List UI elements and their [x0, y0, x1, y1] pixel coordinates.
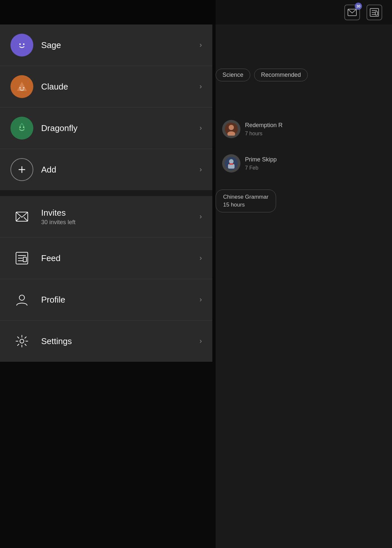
feed-chevron: ›	[200, 254, 202, 262]
svg-marker-15	[17, 82, 27, 91]
dragonfly-label: Dragonfly	[41, 123, 200, 133]
filter-recommended: Recommended	[254, 69, 308, 81]
svg-rect-11	[228, 164, 235, 169]
profile-chevron: ›	[200, 295, 202, 304]
chinese-grammar-pill: Chinese Grammar 15 hours	[216, 190, 276, 212]
svg-point-14	[23, 43, 24, 45]
settings-label: Settings	[41, 336, 200, 346]
invites-label: Invites	[41, 208, 200, 218]
bg-card-prime: Prime Skipp 7 Feb	[216, 150, 392, 176]
svg-line-24	[24, 217, 28, 221]
svg-point-31	[20, 339, 24, 343]
menu-item-profile[interactable]: Profile ›	[0, 279, 212, 321]
add-circle-icon	[10, 158, 33, 181]
redemption-avatar	[222, 120, 240, 138]
menu-item-dragonfly[interactable]: Dragonfly ›	[0, 108, 212, 149]
svg-point-10	[229, 159, 234, 164]
svg-point-16	[19, 87, 21, 89]
menu-item-sage[interactable]: Sage ›	[0, 25, 212, 66]
filter-science: Science	[216, 69, 250, 81]
menu-item-add[interactable]: Add ›	[0, 149, 212, 190]
sage-avatar	[10, 34, 33, 57]
svg-point-7	[229, 125, 234, 130]
mail-badge: 30	[355, 3, 362, 10]
svg-line-23	[16, 217, 20, 221]
dragonfly-chevron: ›	[200, 124, 202, 132]
menu-item-invites[interactable]: Invites 30 invites left ›	[0, 196, 212, 238]
claude-chevron: ›	[200, 82, 202, 91]
prime-avatar	[222, 154, 240, 173]
section-divider	[0, 190, 212, 196]
menu-item-feed[interactable]: Feed ›	[0, 238, 212, 279]
dragonfly-avatar	[10, 117, 33, 140]
prime-text: Prime Skipp 7 Feb	[245, 155, 277, 172]
profile-label: Profile	[41, 295, 200, 305]
profile-icon	[10, 288, 33, 311]
add-label: Add	[41, 165, 200, 175]
menu-panel: Sage › Claude ›	[0, 25, 212, 362]
invites-sublabel: 30 invites left	[41, 219, 200, 226]
invites-icon	[10, 205, 33, 228]
bottom-section: Invites 30 invites left › Feed ›	[0, 196, 212, 362]
feed-label: Feed	[41, 253, 200, 263]
feed-icon-box	[367, 5, 382, 20]
claude-avatar	[10, 75, 33, 98]
menu-item-settings[interactable]: Settings ›	[0, 321, 212, 362]
redemption-text: Redemption R 7 hours	[245, 121, 283, 138]
svg-point-17	[23, 87, 24, 89]
claude-label: Claude	[41, 82, 200, 92]
feed-button-wrapper[interactable]	[367, 5, 382, 20]
feed-icon	[10, 247, 33, 270]
bg-card-redemption: Redemption R 7 hours	[216, 116, 392, 142]
mail-button-wrapper[interactable]: 30	[344, 5, 360, 20]
filter-pills-row: Science Recommended	[216, 69, 308, 81]
svg-rect-29	[23, 257, 26, 262]
settings-chevron: ›	[200, 337, 202, 345]
svg-rect-12	[229, 163, 233, 165]
settings-icon	[10, 330, 33, 353]
svg-point-13	[19, 43, 21, 45]
assistants-section: Sage › Claude ›	[0, 25, 212, 190]
add-chevron: ›	[200, 165, 202, 174]
menu-item-claude[interactable]: Claude ›	[0, 66, 212, 108]
sage-label: Sage	[41, 40, 200, 50]
svg-point-30	[19, 295, 24, 300]
svg-rect-5	[375, 12, 378, 15]
invites-chevron: ›	[200, 212, 202, 221]
sage-chevron: ›	[200, 41, 202, 49]
